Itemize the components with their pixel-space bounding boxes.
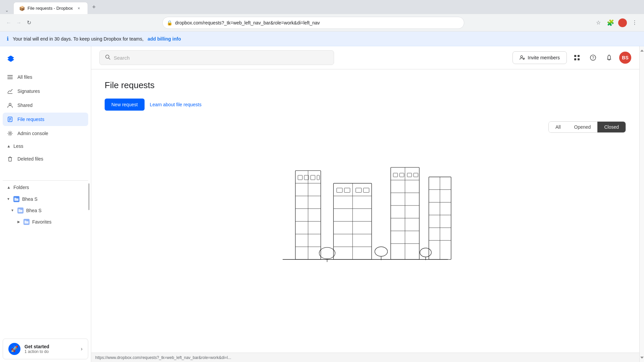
- svg-rect-33: [298, 175, 302, 180]
- tab-title: File requests - Dropbox: [28, 6, 73, 11]
- filter-row: All Opened Closed: [105, 121, 626, 133]
- active-tab[interactable]: 📦 File requests - Dropbox ×: [13, 2, 88, 14]
- file-requests-icon: [7, 116, 13, 123]
- back-button[interactable]: ←: [4, 18, 13, 27]
- svg-point-70: [375, 247, 387, 256]
- signatures-icon: [7, 88, 13, 95]
- learn-link[interactable]: Learn about file requests: [150, 102, 202, 107]
- new-tab-button[interactable]: +: [89, 2, 99, 12]
- notification-text: Your trial will end in 30 days. To keep …: [13, 36, 144, 42]
- dropbox-logo[interactable]: [7, 53, 19, 65]
- forward-button[interactable]: →: [14, 18, 23, 27]
- filter-opened-tab[interactable]: Opened: [568, 122, 598, 132]
- sidebar-item-file-requests[interactable]: File requests: [3, 113, 88, 126]
- folder-expand-icon: ▼: [7, 197, 10, 201]
- help-button[interactable]: ?: [587, 52, 599, 64]
- profile-button[interactable]: [617, 17, 628, 28]
- admin-console-icon: [7, 130, 13, 137]
- get-started-banner[interactable]: 🚀 Get started 1 action to do ›: [3, 339, 88, 359]
- svg-rect-47: [363, 188, 369, 192]
- svg-line-14: [109, 58, 110, 59]
- tab-list-btn[interactable]: ⌄: [3, 6, 11, 14]
- folder-icon-bhea-s-sub: [17, 207, 23, 214]
- folder-item-bhea-s-sub[interactable]: ▼ Bhea S: [3, 205, 88, 216]
- nav-buttons: ← → ↻: [4, 18, 34, 27]
- scroll-down-arrow[interactable]: [640, 357, 644, 361]
- rocket-icon: 🚀: [8, 343, 20, 355]
- svg-rect-58: [407, 173, 412, 177]
- empty-state-illustration: [268, 152, 463, 272]
- folder-item-favorites[interactable]: ▶ Favorites: [3, 216, 88, 228]
- status-bar: https://www.dropbox.com/requests?_tk=web…: [91, 353, 639, 362]
- folder-favorites-expand-icon: ▶: [17, 220, 20, 224]
- sidebar-scrollbar-thumb[interactable]: [88, 183, 90, 210]
- svg-rect-20: [574, 58, 576, 60]
- sidebar-item-deleted-files[interactable]: Deleted files: [3, 152, 88, 166]
- admin-console-label: Admin console: [17, 131, 48, 136]
- apps-button[interactable]: [571, 52, 583, 64]
- svg-rect-57: [399, 173, 404, 177]
- billing-link[interactable]: add billing info: [148, 36, 181, 42]
- apps-icon: [574, 54, 580, 61]
- scroll-up-arrow[interactable]: [640, 48, 644, 52]
- sidebar-less-toggle[interactable]: ▲ Less: [3, 141, 88, 152]
- sidebar-divider: [3, 180, 88, 181]
- toolbar-actions: ☆ 🧩 ⋮: [593, 17, 640, 28]
- illustration-area: [105, 138, 626, 286]
- folder-icon-favorites: [23, 219, 30, 225]
- user-avatar[interactable]: BS: [619, 52, 631, 64]
- filter-closed-tab[interactable]: Closed: [597, 122, 626, 132]
- browser-profile-avatar: [618, 18, 627, 27]
- less-chevron-icon: ▲: [7, 144, 11, 148]
- svg-rect-46: [356, 188, 362, 192]
- folder-icon-bhea-s-root: [13, 196, 19, 202]
- help-icon: ?: [590, 54, 596, 61]
- sidebar-spacer: [0, 228, 91, 336]
- more-button[interactable]: ⋮: [629, 17, 640, 28]
- sidebar-nav: All files Signatures Shared: [0, 70, 91, 179]
- sidebar-scrollbar-area: [88, 182, 90, 228]
- main-scrollbar[interactable]: [639, 46, 644, 362]
- svg-rect-56: [393, 173, 397, 177]
- new-request-button[interactable]: New request: [105, 99, 145, 111]
- invite-members-button[interactable]: Invite members: [513, 51, 567, 64]
- address-bar[interactable]: 🔒 dropbox.com/requests?_tk=web_left_nav_…: [162, 17, 464, 29]
- shared-icon: [7, 102, 13, 109]
- folder-sub-expand-icon: ▼: [11, 208, 14, 212]
- browser-frame: ⌄ 📦 File requests - Dropbox × + ← → ↻ 🔒 …: [0, 0, 644, 362]
- svg-rect-35: [311, 175, 315, 180]
- sidebar-item-admin-console[interactable]: Admin console: [3, 127, 88, 140]
- notifications-button[interactable]: [603, 52, 615, 64]
- bookmark-button[interactable]: ☆: [593, 17, 604, 28]
- lock-icon: 🔒: [167, 20, 172, 25]
- folder-label-bhea-s-sub: Bhea S: [26, 208, 42, 213]
- deleted-files-icon: [7, 156, 13, 162]
- status-url: https://www.dropbox.com/requests?_tk=web…: [95, 355, 231, 360]
- svg-rect-2: [7, 78, 13, 79]
- filter-all-tab[interactable]: All: [549, 122, 568, 132]
- folder-item-bhea-s-root[interactable]: ▼ Bhea S: [3, 193, 88, 205]
- browser-toolbar: ← → ↻ 🔒 dropbox.com/requests?_tk=web_lef…: [0, 14, 644, 32]
- tab-close-button[interactable]: ×: [75, 5, 82, 12]
- svg-point-72: [420, 248, 431, 257]
- window-controls: ⌄: [3, 6, 11, 14]
- folder-label-bhea-s-root: Bhea S: [22, 196, 38, 202]
- sidebar-item-signatures[interactable]: Signatures: [3, 84, 88, 98]
- folders-label: Folders: [13, 185, 29, 190]
- svg-point-15: [521, 56, 523, 58]
- tab-bar: ⌄ 📦 File requests - Dropbox × +: [0, 0, 644, 14]
- extensions-button[interactable]: 🧩: [605, 17, 616, 28]
- page-content-area: File requests New request Learn about fi…: [91, 69, 639, 353]
- sidebar-item-all-files[interactable]: All files: [3, 70, 88, 84]
- search-bar[interactable]: Search: [99, 50, 334, 65]
- app-layout: All files Signatures Shared: [0, 46, 644, 362]
- refresh-button[interactable]: ↻: [24, 18, 34, 27]
- svg-text:?: ?: [592, 56, 594, 60]
- folders-toggle[interactable]: ▲ Folders: [3, 182, 88, 193]
- sidebar-item-shared[interactable]: Shared: [3, 99, 88, 112]
- tab-favicon: 📦: [19, 6, 25, 11]
- svg-rect-59: [414, 173, 418, 177]
- svg-point-9: [9, 133, 11, 134]
- get-started-subtitle: 1 action to do: [24, 349, 77, 354]
- filter-tabs: All Opened Closed: [548, 121, 626, 133]
